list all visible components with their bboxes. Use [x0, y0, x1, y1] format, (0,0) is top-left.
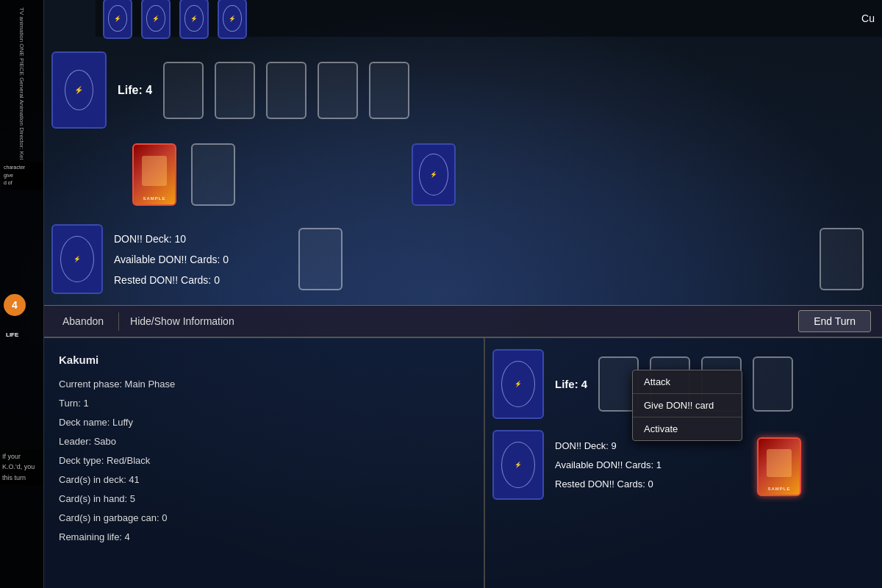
- remaining-life: Remaining life: 4: [59, 528, 469, 547]
- abandon-button[interactable]: Abandon: [55, 312, 111, 331]
- opp-char-card-1[interactable]: [132, 143, 176, 206]
- opp-life-card-1: [163, 62, 204, 119]
- opp-life-card-5: [369, 62, 409, 119]
- cards-in-hand: Card(s) in hand: 5: [59, 490, 469, 509]
- opp-hand-card-4[interactable]: ⚡: [218, 0, 247, 39]
- opp-char-row: ⚡: [132, 143, 875, 206]
- opp-life-card-2: [215, 62, 255, 119]
- player-name: Kakumi: [59, 349, 469, 371]
- opp-don-row: ⚡ DON!! Deck: 10 Available DON!! Cards: …: [51, 224, 875, 294]
- overlay-text-left: If your K.O.'d, you this turn: [0, 449, 43, 485]
- opp-don-slot-1: [298, 228, 343, 290]
- overlay-line2: K.O.'d, you: [2, 462, 40, 472]
- context-menu-area: Attack Give DON!! card Activate: [757, 437, 801, 500]
- player-leader-card[interactable]: ⚡: [492, 349, 544, 419]
- player-life-card-4: [753, 356, 793, 412]
- opp-leader-row: ⚡ Life: 4: [51, 51, 875, 129]
- opponent-hand-row: ⚡ ⚡ ⚡ ⚡ Cu: [96, 0, 882, 37]
- opp-don-slot-2: [820, 228, 864, 290]
- life-label: LIFE: [6, 331, 18, 338]
- turn-info: Turn: 1: [59, 394, 469, 413]
- opp-leader-card[interactable]: ⚡: [51, 51, 107, 129]
- opp-life-text: Life: 4: [118, 84, 152, 97]
- opp-life-card-4: [318, 62, 358, 119]
- context-menu: Attack Give DON!! card Activate: [632, 370, 742, 441]
- opp-don-deck[interactable]: ⚡: [51, 224, 103, 294]
- hide-show-button[interactable]: Hide/Show Information: [123, 312, 242, 331]
- deck-type: Deck type: Red/Black: [59, 451, 469, 470]
- opp-hand-card-3[interactable]: ⚡: [179, 0, 209, 39]
- sidebar-text: TV animation ONE PIECE General Animation…: [18, 7, 26, 159]
- overlay-line1: If your: [2, 451, 40, 462]
- player-don-info: DON!! Deck: 9 Available DON!! Cards: 1 R…: [555, 437, 662, 494]
- opp-don-info: DON!! Deck: 10 Available DON!! Cards: 0 …: [114, 229, 229, 290]
- opp-hand-card-2[interactable]: ⚡: [141, 0, 171, 39]
- sidebar-info-box: character give d of: [1, 162, 43, 190]
- context-attack[interactable]: Attack: [633, 370, 742, 394]
- current-phase: Current phase: Main Phase: [59, 375, 469, 394]
- end-turn-button[interactable]: End Turn: [798, 310, 871, 332]
- player-don-deck[interactable]: ⚡: [492, 430, 544, 500]
- cards-in-garbage: Card(s) in garbage can: 0: [59, 509, 469, 528]
- opp-hand-card-1[interactable]: ⚡: [103, 0, 132, 39]
- life-badge: 4: [4, 294, 26, 316]
- leader-info: Leader: Sabo: [59, 432, 469, 451]
- player-info-panel: Kakumi Current phase: Main Phase Turn: 1…: [44, 338, 485, 588]
- context-activate[interactable]: Activate: [633, 417, 742, 440]
- cards-in-deck: Card(s) in deck: 41: [59, 470, 469, 490]
- bottom-area: Kakumi Current phase: Main Phase Turn: 1…: [44, 338, 882, 588]
- cur-label: Cu: [861, 12, 875, 24]
- overlay-line3: this turn: [2, 473, 40, 483]
- control-bar: Abandon Hide/Show Information End Turn: [44, 305, 882, 338]
- left-sidebar: TV animation ONE PIECE General Animation…: [0, 0, 44, 588]
- context-give-don[interactable]: Give DON!! card: [633, 394, 742, 417]
- context-card[interactable]: [757, 437, 801, 496]
- btn-separator: [118, 312, 119, 331]
- opp-char-slot-1: [191, 143, 235, 206]
- opp-life-card-3: [266, 62, 306, 119]
- opponent-field: ⚡ Life: 4 ⚡ ⚡ DON: [44, 37, 882, 309]
- deck-name: Deck name: Luffy: [59, 413, 469, 432]
- opp-don-card[interactable]: ⚡: [412, 143, 456, 206]
- player-life-text: Life: 4: [555, 378, 587, 390]
